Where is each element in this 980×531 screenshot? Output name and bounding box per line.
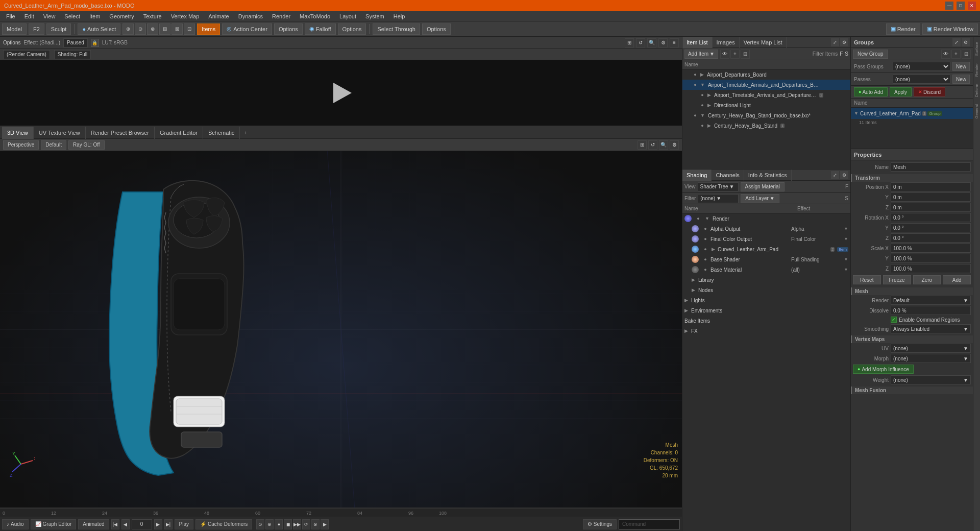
tool-icon-4[interactable]: ⊞ xyxy=(159,23,170,35)
groups-filter-btn[interactable]: ⊟ xyxy=(962,50,971,59)
f2-btn[interactable]: F2 xyxy=(29,23,44,35)
shader-expand-btn[interactable]: ⤢ xyxy=(831,171,839,179)
strip-surface[interactable]: Surface xyxy=(973,39,980,59)
menu-vertex-map[interactable]: Vertex Map xyxy=(167,12,204,20)
render-lock-btn[interactable]: 🔒 xyxy=(91,39,99,47)
render-options-btn[interactable]: Options xyxy=(3,40,20,45)
prop-pos-z-value[interactable]: 0 m xyxy=(891,203,971,212)
default-btn[interactable]: Default xyxy=(41,140,66,150)
settings-btn[interactable]: ⚙ Settings xyxy=(583,519,617,529)
vp-icon-2[interactable]: ↺ xyxy=(648,140,657,150)
sculpt-btn[interactable]: Sculpt xyxy=(46,23,71,35)
render-ctrl-5[interactable]: ≡ xyxy=(670,38,679,47)
falloff-btn[interactable]: ◉ Falloff xyxy=(305,23,336,35)
shader-row-base-mat[interactable]: ● Base Material (all) ▼ xyxy=(682,264,850,275)
shader-row-render[interactable]: ● ▼ Render xyxy=(682,213,850,224)
final-dropdown[interactable]: ▼ xyxy=(844,236,848,242)
menu-system[interactable]: System xyxy=(361,12,388,20)
auto-add-btn[interactable]: ● Auto Add xyxy=(854,87,888,96)
render-camera-btn[interactable]: (Render Camera) xyxy=(3,50,50,59)
shader-vis-final[interactable]: ● xyxy=(702,235,709,243)
prop-pos-y-value[interactable]: 0 m xyxy=(891,192,971,202)
item-row-century-sub[interactable]: ● ▶ Century_Heavy_Bag_Stand 1 xyxy=(682,120,850,131)
menu-edit[interactable]: Edit xyxy=(20,12,38,20)
vp-icon-1[interactable]: ⊞ xyxy=(638,140,647,150)
cache-deformers-btn[interactable]: ⚡ Cache Deformers xyxy=(195,519,252,529)
ray-gl-btn[interactable]: Ray GL: Off xyxy=(68,140,105,150)
item-row-dir-light[interactable]: ● ▶ Directional Light xyxy=(682,100,850,110)
items-btn[interactable]: Items xyxy=(197,23,220,35)
reset-btn[interactable]: Reset xyxy=(853,275,881,284)
groups-gear-btn[interactable]: ⚙ xyxy=(962,38,970,46)
menu-view[interactable]: View xyxy=(39,12,60,20)
vp-icon-4[interactable]: ⚙ xyxy=(670,140,679,150)
item-vis-2[interactable]: ● xyxy=(692,81,699,88)
shader-vis-alpha[interactable]: ● xyxy=(702,225,709,232)
prop-smoothing-value[interactable]: Always Enabled ▼ xyxy=(891,324,971,333)
vp-icon-3[interactable]: 🔍 xyxy=(659,140,668,150)
tab-vertex-map-list[interactable]: Vertex Map List xyxy=(740,37,787,48)
add-layer-btn[interactable]: Add Layer ▼ xyxy=(741,194,779,203)
item-row-century[interactable]: ● ▼ Century_Heavy_Bag_Stand_modo_base.lx… xyxy=(682,110,850,120)
extra-btn-2[interactable]: ⊕ xyxy=(265,519,274,529)
maximize-btn[interactable]: □ xyxy=(957,2,965,10)
tool-icon-1[interactable]: ⊕ xyxy=(122,23,134,35)
render-window-btn[interactable]: ▣ Render Window xyxy=(922,23,978,35)
new-group-btn[interactable]: New Group xyxy=(853,50,888,59)
shader-vis-basemat[interactable]: ● xyxy=(702,266,709,273)
menu-dynamics[interactable]: Dynamics xyxy=(234,12,267,20)
strip-deform[interactable]: Deform xyxy=(973,81,980,100)
item-vis-5[interactable]: ● xyxy=(692,112,699,119)
prop-scale-z-value[interactable]: 100.0 % xyxy=(891,264,971,273)
item-vis-toggle[interactable]: 👁 xyxy=(720,50,729,59)
strip-render[interactable]: Render xyxy=(973,60,980,80)
pass-new-btn[interactable]: New xyxy=(952,62,970,71)
prop-weight-value[interactable]: (none) ▼ xyxy=(891,375,971,384)
tab-channels[interactable]: Channels xyxy=(712,170,744,181)
shader-row-alpha[interactable]: ● Alpha Output Alpha ▼ xyxy=(682,224,850,234)
item-vis-1[interactable]: ● xyxy=(692,71,699,78)
audio-btn[interactable]: ♪ Audio xyxy=(2,519,29,529)
extra-btn-7[interactable]: ▶ xyxy=(321,519,329,529)
item-row-airport-tt[interactable]: ● ▼ Airport_Timetable_Arrivals_and_Depar… xyxy=(682,80,850,90)
3d-viewport[interactable]: X Y Z Mesh Channels: 0 Deformers: ON GL:… xyxy=(0,151,682,508)
extra-btn-6[interactable]: ⊗ xyxy=(311,519,320,529)
item-filter-icon[interactable]: ⊟ xyxy=(741,50,750,59)
add-morph-btn[interactable]: ● Add Morph Influence xyxy=(853,365,914,374)
record-btn[interactable]: ● xyxy=(275,519,283,529)
tab-uv-texture[interactable]: UV Texture View xyxy=(34,127,86,139)
strip-general[interactable]: General xyxy=(973,101,980,122)
menu-help[interactable]: Help xyxy=(389,12,409,20)
transport-next-btn[interactable]: ▶ xyxy=(154,519,162,529)
prop-scale-x-value[interactable]: 100.0 % xyxy=(891,244,971,253)
shader-row-base-shader[interactable]: ● Base Shader Full Shading ▼ xyxy=(682,254,850,264)
basemat-dropdown[interactable]: ▼ xyxy=(844,267,848,272)
tab-shading[interactable]: Shading xyxy=(682,170,712,181)
tool-icon-3[interactable]: ⊗ xyxy=(147,23,158,35)
shader-vis-mat[interactable]: ● xyxy=(702,246,709,253)
apply-btn[interactable]: Apply xyxy=(890,87,912,96)
prop-pos-x-value[interactable]: 0 m xyxy=(891,182,971,191)
tab-3d-view[interactable]: 3D View xyxy=(2,127,34,139)
tab-item-list[interactable]: Item List xyxy=(682,37,713,48)
menu-render[interactable]: Render xyxy=(268,12,295,20)
add-transform-btn[interactable]: Add xyxy=(943,275,971,284)
passes-select[interactable]: (none) xyxy=(893,75,950,84)
shader-vis-baseshader[interactable]: ● xyxy=(702,256,709,263)
item-row-airport-tt-sub[interactable]: ● ▶ Airport_Timetable_Arrivals_and_Depar… xyxy=(682,90,850,100)
frame-counter[interactable]: 0 xyxy=(132,519,152,529)
zero-btn[interactable]: Zero xyxy=(913,275,941,284)
panel-gear-btn[interactable]: ⚙ xyxy=(840,38,848,46)
menu-geometry[interactable]: Geometry xyxy=(105,12,138,20)
render-shading-btn[interactable]: Shading: Full xyxy=(54,50,91,59)
tab-schematic[interactable]: Schematic xyxy=(203,127,240,139)
shader-row-nodes[interactable]: ▶ Nodes xyxy=(682,285,850,295)
shader-row-bake[interactable]: Bake Items xyxy=(682,316,850,326)
tab-info-stats[interactable]: Info & Statistics xyxy=(744,170,792,181)
menu-texture[interactable]: Texture xyxy=(139,12,166,20)
shader-row-fx[interactable]: ▶ FX xyxy=(682,326,850,336)
menu-maxtomodo[interactable]: MaxToModo xyxy=(296,12,334,20)
play-render-btn[interactable] xyxy=(327,79,355,107)
alpha-dropdown[interactable]: ▼ xyxy=(844,226,848,231)
play-btn[interactable]: Play xyxy=(175,519,193,529)
